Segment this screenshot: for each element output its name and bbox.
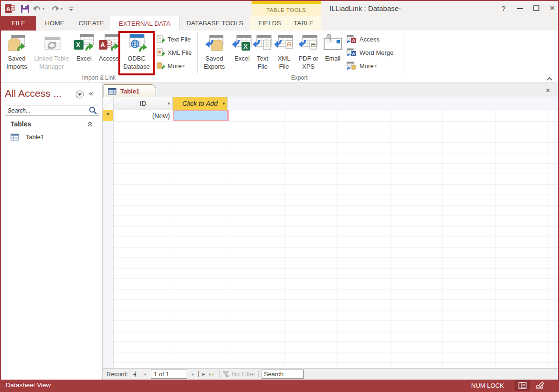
excel-import-icon: X (74, 32, 94, 52)
saved-exports-button[interactable]: Saved Exports (199, 32, 230, 71)
tab-database-tools[interactable]: DATABASE TOOLS (179, 16, 250, 31)
svg-text:W: W (351, 52, 356, 56)
more-import-icon (157, 62, 165, 70)
import-more-button[interactable]: More ▾ (157, 61, 185, 71)
no-filter-label: No Filter (232, 371, 255, 378)
access-app-icon[interactable]: A (5, 4, 15, 13)
linked-table-manager-button[interactable]: Linked Table Manager (32, 32, 71, 71)
collapse-group-icon (87, 121, 93, 127)
contextual-tab-group: TABLE TOOLS (252, 1, 321, 16)
last-record-icon[interactable]: ▏▸ (199, 371, 205, 377)
collapse-group-button[interactable] (87, 121, 93, 129)
nav-search-box[interactable]: Search... (5, 105, 99, 116)
word-merge-button[interactable]: W Word Merge (347, 48, 393, 57)
export-more-button[interactable]: More ▾ (347, 61, 377, 71)
new-record-selector[interactable]: * (103, 110, 114, 121)
email-icon (322, 32, 343, 52)
export-access-button[interactable]: A Access (347, 34, 380, 44)
close-document-icon: × (546, 86, 550, 94)
grid-vline (173, 110, 173, 368)
collapse-ribbon-button[interactable] (546, 74, 553, 83)
linked-table-manager-icon (42, 32, 61, 52)
no-filter-icon[interactable] (222, 371, 230, 378)
saved-imports-icon (8, 32, 26, 52)
contextual-label: TABLE TOOLS (252, 4, 321, 16)
datasheet-grid: ID ▾ Click to Add ▾ * (New) (103, 97, 559, 368)
new-record-id-cell[interactable]: (New) (114, 110, 173, 121)
undo-icon[interactable]: ▾ (32, 4, 44, 13)
svg-text:A: A (100, 41, 105, 49)
datasheet-view-button[interactable] (515, 380, 530, 391)
document-area: Table1 × ID ▾ Click to Add ▾ * (New) (103, 83, 559, 380)
tab-fields[interactable]: FIELDS (253, 16, 286, 31)
import-xml-file-button[interactable]: XML File (157, 48, 192, 57)
group-separator (197, 32, 198, 73)
grid-vline (228, 110, 228, 368)
column-header-click-to-add[interactable]: Click to Add ▾ (173, 97, 228, 110)
grid-vline (338, 110, 338, 368)
pdf-xps-icon (299, 32, 318, 52)
undo-dropdown-icon[interactable]: ▾ (42, 7, 44, 11)
next-record-icon[interactable]: ▸ (192, 371, 195, 377)
selected-cell[interactable] (173, 110, 229, 122)
more-export-icon (347, 62, 357, 70)
svg-text:X: X (243, 43, 248, 50)
tab-table[interactable]: TABLE (287, 16, 320, 31)
close-document-button[interactable]: × (546, 86, 550, 95)
design-view-button[interactable] (533, 380, 548, 391)
save-icon[interactable] (21, 4, 29, 13)
nav-search-placeholder: Search... (5, 107, 89, 114)
qat-customize-icon[interactable] (69, 4, 74, 13)
redo-dropdown-icon[interactable]: ▾ (61, 7, 63, 11)
new-record-row: * (New) (103, 110, 559, 121)
previous-record-icon[interactable]: ◂ (144, 371, 147, 377)
first-record-icon[interactable]: ◂▏ (133, 371, 140, 377)
id-filter-dropdown-icon[interactable]: ▾ (168, 101, 170, 106)
new-record-marker: * (106, 111, 110, 121)
tab-home[interactable]: HOME (36, 16, 73, 31)
record-navigation-bar: Record: ◂▏ ◂ 1 of 1 ▸ ▏▸ ▸⁎ No Filter Se… (103, 368, 559, 380)
email-button[interactable]: Email (322, 32, 344, 62)
close-button[interactable]: × (545, 2, 559, 14)
help-button[interactable]: ? (496, 2, 511, 14)
import-access-button[interactable]: A Access (97, 32, 120, 62)
nav-item-table1[interactable]: Table1 (1, 132, 103, 142)
grid-vline (495, 110, 496, 368)
nav-pane-title: All Access ... (5, 88, 62, 99)
row-selector-strip (103, 121, 114, 368)
collapse-ribbon-icon (546, 77, 553, 81)
maximize-button[interactable] (529, 2, 543, 14)
minimize-button[interactable] (513, 2, 527, 14)
export-pdf-xps-button[interactable]: PDF or XPS (296, 32, 321, 71)
import-excel-button[interactable]: X Excel (72, 32, 96, 62)
select-all-corner[interactable] (103, 97, 114, 110)
new-blank-record-icon[interactable]: ▸⁎ (209, 371, 214, 377)
access-import-icon: A (99, 32, 119, 52)
redo-icon[interactable]: ▾ (51, 4, 63, 13)
export-excel-button[interactable]: X Excel (231, 32, 253, 62)
tab-file[interactable]: FILE (1, 16, 36, 31)
record-search-input[interactable]: Search (262, 370, 304, 379)
record-position-box[interactable]: 1 of 1 (151, 370, 187, 379)
click-to-add-dropdown-icon[interactable]: ▾ (222, 101, 225, 106)
nav-pane-menu-button[interactable] (75, 90, 84, 101)
shutter-close-button[interactable]: « (89, 89, 93, 98)
access-export-icon: A (347, 35, 357, 43)
search-icon[interactable] (89, 106, 97, 114)
column-header-id[interactable]: ID ▾ (114, 97, 173, 110)
text-file-import-icon (157, 35, 165, 43)
tables-group-header[interactable]: Tables (11, 120, 31, 128)
window-title: ILLiadLink : Database- (329, 4, 401, 12)
svg-text:X: X (76, 41, 81, 49)
word-merge-icon: W (347, 48, 357, 57)
export-text-file-button[interactable]: Text File (253, 32, 272, 71)
document-tab-label: Table1 (120, 88, 139, 95)
tab-create[interactable]: CREATE (73, 16, 110, 31)
import-text-file-button[interactable]: Text File (157, 34, 190, 44)
tab-external-data[interactable]: EXTERNAL DATA (110, 16, 179, 31)
group-separator (403, 32, 403, 73)
title-bar: A ▾ ▾ TABLE TOOLS ILLiadLink : Database-… (1, 1, 558, 16)
export-xml-file-button[interactable]: XML File (274, 32, 295, 71)
saved-imports-button[interactable]: Saved Imports (2, 32, 32, 71)
document-tab-table1[interactable]: Table1 (104, 84, 156, 97)
